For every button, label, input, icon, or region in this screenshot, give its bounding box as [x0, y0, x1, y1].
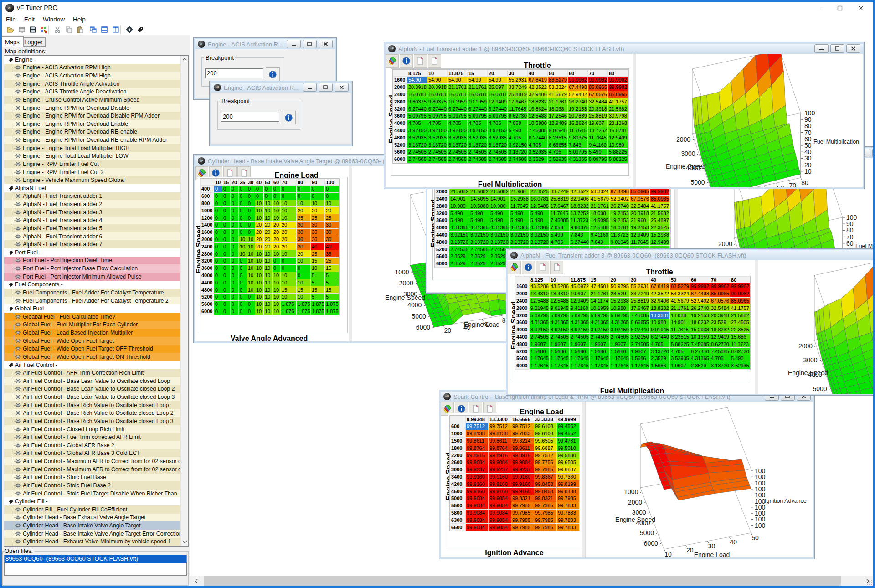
grid-cell[interactable]: 2.74505: [468, 156, 487, 163]
grid-cell[interactable]: 0: [222, 229, 230, 236]
grid-cell[interactable]: 16.0781: [488, 91, 507, 98]
row-header[interactable]: 4800: [393, 134, 407, 141]
grid-cell[interactable]: 0: [222, 186, 230, 192]
grid-cell[interactable]: 7.058: [550, 224, 569, 231]
grid-cell[interactable]: 0: [231, 193, 238, 200]
grid-cell[interactable]: 5.09795: [448, 113, 467, 119]
grid-cell[interactable]: 32.5484: [710, 304, 730, 311]
grid-cell[interactable]: 7.843: [570, 232, 589, 238]
col-header[interactable]: 40: [255, 179, 263, 185]
grid-cell[interactable]: 4.31365: [570, 319, 589, 326]
grid-cell[interactable]: 5.88225: [608, 149, 628, 155]
grid-cell[interactable]: 10: [281, 214, 296, 221]
grid-cell[interactable]: 26.2740: [610, 202, 629, 209]
grid-cell[interactable]: 20: [281, 243, 296, 250]
grid-cell[interactable]: 1.5686: [590, 348, 609, 355]
grid-cell[interactable]: 9.80375: [427, 98, 447, 105]
grid-cell[interactable]: 0: [231, 286, 238, 293]
grid-cell[interactable]: 10: [255, 200, 263, 207]
row-header[interactable]: 2000: [201, 236, 214, 243]
grid-cell[interactable]: 5.490: [469, 210, 489, 217]
grid-cell[interactable]: 99.7756: [534, 459, 556, 466]
grid-cell[interactable]: 15.2938: [510, 196, 529, 202]
grid-cell[interactable]: 4.31365: [690, 355, 710, 362]
grid-cell[interactable]: 20: [297, 207, 310, 214]
grid-cell[interactable]: 14.901: [670, 319, 690, 326]
row-header[interactable]: 2400: [393, 91, 407, 98]
grid-cell[interactable]: 26.2740: [690, 304, 710, 311]
grid-cell[interactable]: 3.92150: [469, 232, 489, 238]
grid-cell[interactable]: 0: [247, 229, 255, 236]
grid-cell[interactable]: 20: [264, 222, 272, 228]
grid-cell[interactable]: 99.9982: [608, 77, 628, 83]
grid-cell[interactable]: 11.3723: [610, 232, 629, 238]
info-button[interactable]: [266, 67, 280, 81]
col-header[interactable]: 13.3300: [489, 416, 511, 423]
grid-cell[interactable]: 0: [214, 193, 222, 200]
grid-cell[interactable]: 3.13720: [407, 141, 427, 148]
grid-cell[interactable]: 20: [297, 250, 310, 257]
grid-cell[interactable]: 40: [311, 243, 324, 250]
grid-cell[interactable]: 25: [311, 214, 324, 221]
pane-splitter[interactable]: [582, 402, 586, 557]
grid-cell[interactable]: 41.1757: [608, 98, 628, 105]
grid-cell[interactable]: 0: [222, 243, 230, 250]
grid-cell[interactable]: 32.9406: [528, 91, 547, 98]
row-header[interactable]: 1000: [450, 430, 465, 437]
grid-cell[interactable]: 0: [239, 286, 247, 293]
grid-cell[interactable]: 9.80375: [407, 98, 427, 105]
grid-cell[interactable]: 21.5682: [650, 210, 669, 217]
tag-icon[interactable]: [136, 25, 145, 34]
grid-cell[interactable]: 99.9160: [466, 480, 488, 487]
grid-cell[interactable]: 42.3522: [650, 290, 669, 297]
grid-cell[interactable]: 7.843: [590, 238, 609, 245]
grid-cell[interactable]: 2.3529: [469, 253, 489, 260]
grid-cell[interactable]: 0: [222, 207, 230, 214]
row-header[interactable]: 2400: [201, 243, 214, 250]
grid-cell[interactable]: 12.9409: [608, 134, 628, 141]
grid-cell[interactable]: 0: [239, 229, 247, 236]
grid-cell[interactable]: 99.9237: [511, 466, 534, 473]
menu-window[interactable]: Window: [39, 15, 69, 25]
grid-cell[interactable]: 99.9982: [730, 283, 750, 290]
grid-cell[interactable]: 0: [273, 265, 280, 272]
grid-cell[interactable]: 10.1959: [468, 98, 487, 105]
grid-cell[interactable]: 53.3324: [590, 188, 609, 195]
grid-cell[interactable]: 6.27440: [407, 105, 427, 112]
tree-group-header[interactable]: Cylinder Fill -: [4, 497, 188, 505]
tree-item[interactable]: Engine - Engine Total Load Multiplier HI…: [4, 144, 188, 152]
grid-cell[interactable]: 0: [297, 186, 310, 192]
grid-cell[interactable]: 0: [214, 200, 222, 207]
grid-cell[interactable]: 99.9084: [489, 516, 511, 523]
grid-cell[interactable]: 10: [281, 272, 296, 279]
row-header[interactable]: 2000: [435, 188, 449, 195]
grid-cell[interactable]: 5.490: [489, 210, 509, 217]
tab-logger[interactable]: Logger: [21, 37, 46, 47]
grid-cell[interactable]: 99.9084: [489, 524, 511, 531]
grid-cell[interactable]: 6.27440: [570, 238, 589, 245]
col-header[interactable]: 90: [311, 179, 324, 185]
grid-cell[interactable]: 4.31365: [449, 224, 469, 231]
grid-cell[interactable]: 0: [247, 308, 255, 315]
grid-cell[interactable]: 1.9607: [550, 340, 569, 347]
grid-cell[interactable]: 20.3918: [588, 105, 607, 112]
grid-cell[interactable]: 10.5880: [469, 202, 489, 209]
grid-cell[interactable]: 20: [273, 222, 280, 228]
col-header[interactable]: 30: [247, 179, 255, 185]
row-header[interactable]: 2600: [450, 459, 465, 466]
row-header[interactable]: 4800: [435, 238, 449, 245]
grid-cell[interactable]: 99.7512: [511, 423, 534, 430]
tree-item[interactable]: Air Fuel Control - Maximum AFR to Correc…: [4, 465, 188, 474]
grid-cell[interactable]: 4.705: [650, 340, 669, 347]
grid-cell[interactable]: 3.52935: [468, 134, 487, 141]
grid-cell[interactable]: 1.5686: [630, 355, 649, 362]
col-header[interactable]: 80: [608, 70, 628, 76]
grid-cell[interactable]: 7.058: [508, 120, 527, 127]
grid-cell[interactable]: 0: [214, 286, 222, 293]
row-header[interactable]: 1600: [515, 283, 529, 290]
grid-cell[interactable]: 21.960: [510, 188, 529, 195]
grid-cell[interactable]: 0: [281, 265, 296, 272]
cut-icon[interactable]: [53, 25, 62, 34]
grid-cell[interactable]: 3.13720: [449, 238, 469, 245]
grid-cell[interactable]: 32.5484: [630, 202, 649, 209]
